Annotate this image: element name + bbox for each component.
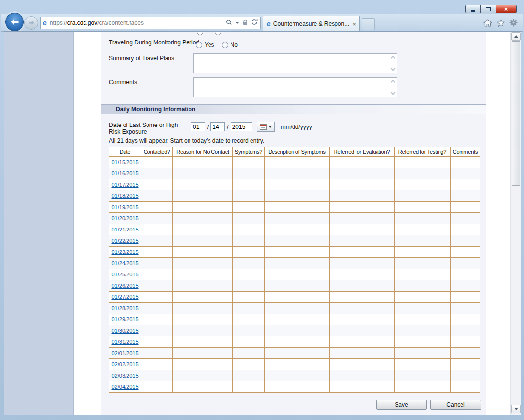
minimize-icon	[471, 10, 475, 12]
cancel-button[interactable]: Cancel	[430, 400, 481, 410]
empty-cell	[265, 202, 330, 213]
empty-cell	[265, 348, 330, 359]
monitoring-table-body: 01/15/201501/16/201501/17/201501/18/2015…	[109, 157, 480, 393]
empty-cell	[173, 359, 233, 370]
date-link[interactable]: 01/25/2015	[111, 272, 138, 277]
date-link[interactable]: 01/23/2015	[111, 249, 138, 255]
scroll-down-icon	[391, 66, 396, 71]
date-link[interactable]: 01/30/2015	[111, 328, 138, 334]
date-link[interactable]: 01/15/2015	[111, 159, 138, 165]
date-cell: 02/02/2015	[109, 359, 141, 370]
favorites-star-icon[interactable]	[497, 19, 505, 27]
address-bar[interactable]: e https://cra.cdc.gov/cra/content.faces	[40, 17, 261, 29]
scrollbar-up-button[interactable]	[511, 32, 521, 41]
exposure-month-input[interactable]	[191, 122, 205, 131]
date-link[interactable]: 01/29/2015	[111, 316, 138, 322]
date-link[interactable]: 01/18/2015	[111, 193, 138, 199]
empty-cell	[395, 168, 451, 179]
empty-cell	[451, 235, 480, 247]
empty-cell	[395, 247, 451, 258]
scrollbar-thumb[interactable]	[512, 41, 520, 186]
date-link[interactable]: 02/03/2015	[111, 373, 138, 378]
scroll-down-icon	[391, 90, 396, 95]
no-radio-button[interactable]	[222, 42, 228, 48]
empty-cell	[141, 213, 173, 224]
empty-cell	[395, 190, 451, 202]
empty-cell	[173, 381, 233, 393]
search-icon[interactable]	[226, 19, 232, 27]
section-header: Daily Monitoring Information	[101, 104, 486, 114]
empty-cell	[173, 314, 233, 325]
close-icon: ×	[504, 5, 508, 13]
monitoring-table: DateContacted?Reason for No ContactSympt…	[109, 147, 480, 393]
monitoring-table-header-row: DateContacted?Reason for No ContactSympt…	[109, 147, 480, 157]
scroll-up-icon	[391, 80, 396, 84]
vertical-scrollbar[interactable]	[510, 32, 521, 415]
exposure-year-input[interactable]	[231, 122, 252, 131]
date-link[interactable]: 01/26/2015	[111, 283, 138, 289]
settings-gear-icon[interactable]	[509, 19, 518, 27]
empty-cell	[233, 213, 265, 224]
date-cell: 01/20/2015	[109, 213, 141, 224]
date-link[interactable]: 01/22/2015	[111, 238, 138, 244]
empty-cell	[395, 370, 451, 381]
close-button[interactable]: ×	[496, 5, 517, 13]
date-link[interactable]: 01/16/2015	[111, 170, 138, 176]
date-cell: 01/15/2015	[109, 157, 141, 168]
comments-label: Comments	[109, 79, 137, 85]
travel-summary-textarea[interactable]	[193, 53, 397, 73]
empty-cell	[141, 359, 173, 370]
date-link[interactable]: 01/24/2015	[111, 260, 138, 266]
empty-cell	[451, 348, 480, 359]
tab-ie-icon: e	[267, 21, 271, 27]
column-header-description-of-symptoms: Description of Symptoms	[265, 147, 330, 157]
empty-cell	[141, 247, 173, 258]
column-header-symptoms: Symptoms?	[233, 147, 265, 157]
date-cell: 01/27/2015	[109, 292, 141, 303]
exposure-day-input[interactable]	[210, 122, 225, 131]
empty-cell	[233, 359, 265, 370]
date-link[interactable]: 02/01/2015	[111, 350, 138, 356]
save-button[interactable]: Save	[376, 400, 427, 410]
date-link[interactable]: 02/04/2015	[111, 384, 138, 390]
calendar-picker-button[interactable]	[257, 122, 275, 132]
empty-cell	[395, 179, 451, 190]
search-dropdown-icon[interactable]	[235, 22, 239, 24]
empty-cell	[395, 325, 451, 336]
back-button[interactable]	[5, 13, 24, 31]
scrollbar-down-button[interactable]	[511, 405, 521, 413]
date-link[interactable]: 01/31/2015	[111, 339, 138, 345]
date-link[interactable]: 01/28/2015	[111, 305, 138, 311]
empty-cell	[173, 336, 233, 348]
maximize-button[interactable]	[481, 5, 496, 13]
date-link[interactable]: 01/21/2015	[111, 227, 138, 232]
table-row: 01/30/2015	[109, 325, 480, 336]
empty-cell	[451, 190, 480, 202]
new-tab-button[interactable]	[362, 18, 375, 30]
yes-radio-button[interactable]	[196, 42, 202, 48]
date-link[interactable]: 01/17/2015	[111, 182, 138, 188]
date-link[interactable]: 02/02/2015	[111, 361, 138, 367]
date-link[interactable]: 01/27/2015	[111, 294, 138, 300]
url-text: https://cra.cdc.gov/cra/content.faces	[47, 20, 226, 26]
empty-cell	[265, 269, 330, 280]
refresh-icon[interactable]	[251, 19, 258, 27]
chevron-down-icon	[269, 126, 272, 128]
tab-close-icon[interactable]: ×	[352, 21, 356, 27]
empty-cell	[451, 381, 480, 393]
url-domain: cra.cdc.gov	[67, 20, 97, 26]
table-row: 01/31/2015	[109, 336, 480, 348]
empty-cell	[330, 202, 395, 213]
browser-tab[interactable]: e Countermeasure & Respon... ×	[263, 16, 360, 32]
empty-cell	[330, 168, 395, 179]
home-icon[interactable]	[483, 19, 492, 27]
date-link[interactable]: 01/19/2015	[111, 204, 138, 210]
empty-cell	[451, 359, 480, 370]
comments-textarea[interactable]	[193, 77, 397, 97]
forward-button[interactable]	[24, 16, 38, 30]
empty-cell	[265, 179, 330, 190]
date-link[interactable]: 01/20/2015	[111, 215, 138, 221]
minimize-button[interactable]	[465, 5, 481, 13]
empty-cell	[141, 336, 173, 348]
empty-cell	[141, 168, 173, 179]
